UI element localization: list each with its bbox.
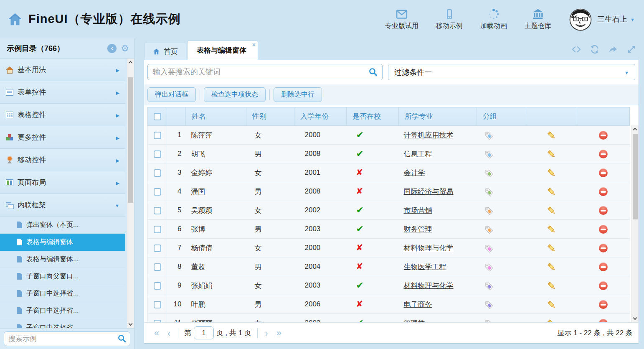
scroll-up-icon[interactable] [633, 128, 637, 132]
open-dialog-button[interactable]: 弹出对话框 [147, 87, 196, 102]
row-checkbox[interactable] [154, 282, 161, 290]
tag-icon[interactable] [484, 130, 493, 140]
delete-icon[interactable] [599, 225, 608, 234]
sidebar-subitem[interactable]: 子窗口中选择省... [0, 302, 125, 319]
next-page-button[interactable]: › [261, 329, 272, 337]
table-row[interactable]: 5 吴颖颖 女 2002 市场营销 [148, 201, 630, 220]
row-checkbox[interactable] [154, 245, 161, 252]
table-row[interactable]: 9 张娟娟 女 2003 材料物理与化学 [148, 276, 630, 295]
major-link[interactable]: 信息工程 [404, 150, 432, 158]
search-icon[interactable] [368, 67, 378, 77]
delete-icon[interactable] [599, 131, 608, 140]
tag-icon[interactable] [484, 149, 493, 159]
collapse-sidebar-icon[interactable] [107, 44, 117, 53]
sidebar-search-input[interactable] [4, 331, 130, 346]
row-checkbox[interactable] [154, 207, 161, 214]
major-link[interactable]: 电子商务 [404, 301, 432, 308]
major-link[interactable]: 生物医学工程 [404, 263, 446, 271]
tag-icon[interactable] [484, 262, 493, 272]
edit-pencil-icon[interactable] [547, 187, 556, 196]
col-major[interactable]: 所学专业 [399, 107, 477, 126]
edit-pencil-icon[interactable] [547, 168, 556, 178]
tag-icon[interactable] [484, 243, 493, 253]
page-number-input[interactable] [194, 326, 214, 339]
sidebar-group-item[interactable]: 页面布局 [0, 171, 125, 194]
sidebar-subitem[interactable]: 子窗口向父窗口... [0, 268, 125, 285]
nav-trial[interactable]: 专业版试用 [385, 8, 418, 31]
share-icon[interactable] [608, 44, 618, 54]
delete-icon[interactable] [599, 300, 608, 309]
row-checkbox[interactable] [154, 320, 161, 322]
edit-pencil-icon[interactable] [547, 262, 556, 272]
table-row[interactable]: 10 叶鹏 男 2006 电子商务 [148, 295, 630, 314]
row-checkbox[interactable] [154, 132, 161, 139]
table-row[interactable]: 11 赵丽丽 女 2002 管理学 [148, 314, 630, 323]
search-icon[interactable] [117, 334, 127, 344]
row-checkbox[interactable] [154, 188, 161, 196]
keyword-search-input[interactable] [147, 64, 383, 80]
close-icon[interactable]: × [252, 41, 256, 48]
sidebar-group-item[interactable]: 移动控件 [0, 149, 125, 171]
tag-icon[interactable] [484, 300, 493, 309]
edit-pencil-icon[interactable] [547, 206, 556, 215]
filter-dropdown[interactable]: 过滤条件一 [388, 64, 635, 80]
delete-icon[interactable] [599, 168, 608, 177]
row-checkbox[interactable] [154, 226, 161, 233]
table-row[interactable]: 3 金婷婷 女 2001 会计学 [148, 163, 630, 182]
check-selected-button[interactable]: 检查选中项状态 [204, 87, 266, 102]
major-link[interactable]: 财务管理 [404, 225, 432, 233]
table-row[interactable]: 6 张博 男 2003 财务管理 [148, 220, 630, 239]
table-row[interactable]: 4 潘国 男 2008 国际经济与贸易 [148, 182, 630, 201]
sidebar-group-item[interactable]: 表单控件 [0, 81, 125, 104]
scrollbar-thumb[interactable] [128, 77, 133, 203]
row-checkbox[interactable] [154, 150, 161, 158]
delete-icon[interactable] [599, 281, 608, 290]
sidebar-subitem[interactable]: 弹出窗体（本页... [0, 217, 125, 234]
delete-icon[interactable] [599, 206, 608, 215]
avatar[interactable] [569, 8, 592, 31]
select-all-checkbox[interactable] [154, 113, 161, 120]
major-link[interactable]: 管理学 [404, 319, 425, 323]
col-gender[interactable]: 性别 [246, 107, 294, 126]
tag-icon[interactable] [484, 281, 493, 290]
major-link[interactable]: 计算机应用技术 [404, 131, 454, 139]
row-checkbox[interactable] [154, 169, 161, 177]
col-atschool[interactable]: 是否在校 [347, 107, 399, 126]
edit-pencil-icon[interactable] [547, 300, 556, 309]
tab-home[interactable]: 首页 [144, 43, 186, 60]
delete-icon[interactable] [599, 319, 608, 323]
row-checkbox[interactable] [154, 301, 161, 308]
edit-pencil-icon[interactable] [547, 243, 556, 253]
delete-icon[interactable] [599, 262, 608, 271]
scrollbar-thumb[interactable] [633, 134, 638, 219]
scroll-down-icon[interactable] [129, 322, 133, 326]
nav-loading-anim[interactable]: 加载动画 [480, 8, 507, 31]
sidebar-scrollbar[interactable] [127, 59, 134, 328]
table-scrollbar[interactable] [631, 125, 639, 322]
tag-icon[interactable] [484, 206, 493, 215]
edit-pencil-icon[interactable] [547, 130, 556, 140]
gear-icon[interactable] [121, 43, 129, 54]
col-name[interactable]: 姓名 [186, 107, 246, 126]
delete-icon[interactable] [599, 244, 608, 252]
refresh-icon[interactable] [590, 44, 600, 54]
tag-icon[interactable] [484, 168, 493, 178]
nav-mobile-demo[interactable]: 移动示例 [436, 8, 463, 31]
sidebar-group-item[interactable]: 表格控件 [0, 104, 125, 126]
sidebar-group-item[interactable]: 基本用法 [0, 59, 125, 81]
sidebar-group-item[interactable]: 更多控件 [0, 126, 125, 149]
major-link[interactable]: 材料物理与化学 [404, 282, 454, 290]
tag-icon[interactable] [484, 224, 493, 234]
col-group[interactable]: 分组 [477, 107, 526, 126]
table-row[interactable]: 2 胡飞 男 2008 信息工程 [148, 145, 630, 163]
table-row[interactable]: 7 杨倩倩 女 2000 材料物理与化学 [148, 239, 630, 257]
scroll-up-icon[interactable] [129, 61, 133, 65]
tag-icon[interactable] [484, 318, 493, 323]
major-link[interactable]: 会计学 [404, 169, 425, 177]
edit-pencil-icon[interactable] [547, 224, 556, 234]
sidebar-subitem[interactable]: 子窗口中选择省 [0, 319, 125, 328]
first-page-button[interactable]: « [150, 329, 163, 338]
user-menu[interactable]: 三生石上 [597, 14, 635, 24]
delete-icon[interactable] [599, 150, 608, 158]
edit-pencil-icon[interactable] [547, 318, 556, 323]
